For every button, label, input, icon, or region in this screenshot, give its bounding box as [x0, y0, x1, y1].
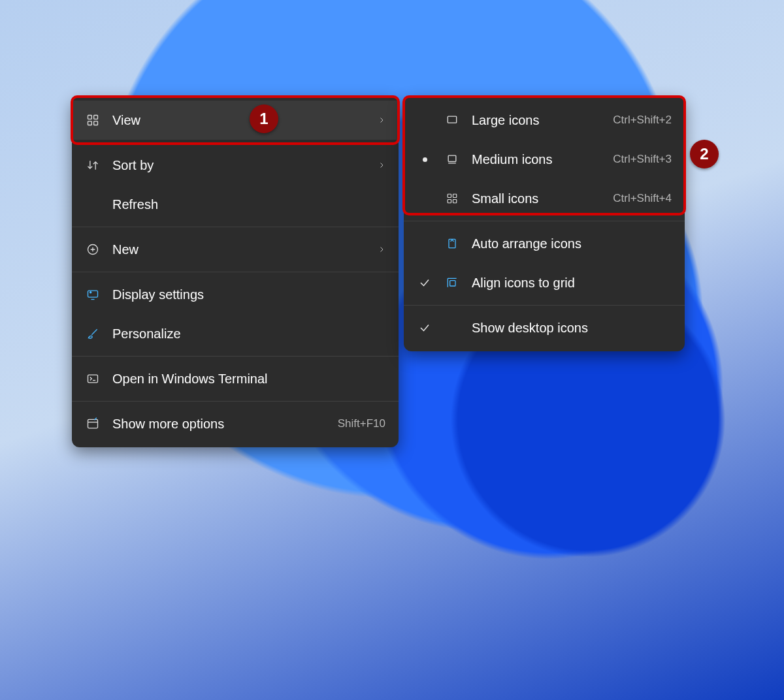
display-settings-icon: [85, 287, 101, 302]
menu-label: Large icons: [472, 113, 581, 128]
svg-rect-12: [453, 194, 457, 197]
menu-label: Auto arrange icons: [472, 236, 672, 251]
radio-selected: [417, 157, 433, 162]
submenu-item-auto-arrange[interactable]: Auto arrange icons: [404, 224, 685, 263]
menu-shortcut: Ctrl+Shift+3: [613, 153, 672, 166]
menu-item-view[interactable]: View: [72, 101, 399, 140]
svg-rect-9: [448, 116, 456, 123]
menu-label: Personalize: [112, 326, 385, 342]
large-icons-icon: [444, 112, 460, 128]
submenu-item-align-to-grid[interactable]: Align icons to grid: [404, 263, 685, 302]
submenu-item-large-icons[interactable]: Large icons Ctrl+Shift+2: [404, 101, 685, 140]
terminal-icon: [85, 371, 101, 387]
svg-rect-15: [449, 239, 455, 247]
view-submenu: Large icons Ctrl+Shift+2 Medium icons Ct…: [404, 97, 685, 351]
svg-rect-2: [88, 121, 92, 125]
svg-rect-7: [88, 375, 98, 383]
blank-icon: [85, 197, 101, 212]
svg-rect-1: [94, 116, 98, 119]
check-icon: [417, 277, 433, 289]
menu-label: Sort by: [112, 158, 366, 173]
check-icon: [417, 322, 433, 334]
svg-rect-0: [88, 116, 92, 119]
menu-item-open-terminal[interactable]: Open in Windows Terminal: [72, 359, 399, 398]
menu-divider: [72, 142, 399, 143]
chevron-right-icon: [378, 245, 385, 254]
chevron-right-icon: [378, 161, 385, 170]
menu-item-refresh[interactable]: Refresh: [72, 185, 399, 224]
sort-icon: [85, 157, 101, 173]
medium-icons-icon: [444, 151, 460, 167]
menu-label: Open in Windows Terminal: [112, 372, 385, 387]
more-options-icon: [85, 416, 101, 432]
svg-rect-11: [448, 194, 451, 197]
auto-arrange-icon: [444, 236, 460, 251]
menu-shortcut: Shift+F10: [338, 417, 385, 430]
menu-shortcut: Ctrl+Shift+2: [613, 114, 672, 127]
desktop-context-menu: View Sort by Refresh New: [72, 97, 399, 447]
menu-label: View: [112, 113, 366, 128]
menu-divider: [72, 272, 399, 272]
svg-rect-13: [448, 200, 451, 203]
align-grid-icon: [444, 275, 460, 291]
menu-label: Refresh: [112, 197, 385, 212]
svg-rect-3: [94, 121, 98, 125]
svg-point-6: [90, 292, 91, 293]
menu-item-display-settings[interactable]: Display settings: [72, 275, 399, 314]
annotation-marker-2: 2: [690, 140, 719, 168]
menu-label: Display settings: [112, 287, 385, 302]
svg-rect-5: [88, 291, 98, 297]
svg-rect-10: [448, 155, 456, 161]
submenu-item-show-desktop-icons[interactable]: Show desktop icons: [404, 308, 685, 347]
menu-label: New: [112, 242, 366, 257]
menu-label: Medium icons: [472, 152, 581, 167]
annotation-marker-1: 1: [250, 104, 278, 133]
blank-icon: [444, 320, 460, 336]
menu-item-sort-by[interactable]: Sort by: [72, 146, 399, 185]
menu-label: Small icons: [472, 191, 581, 206]
small-icons-icon: [444, 191, 460, 206]
submenu-item-small-icons[interactable]: Small icons Ctrl+Shift+4: [404, 179, 685, 218]
menu-shortcut: Ctrl+Shift+4: [613, 192, 672, 205]
menu-divider: [72, 356, 399, 357]
menu-divider: [404, 221, 685, 221]
menu-divider: [72, 227, 399, 227]
grid-icon: [85, 112, 101, 128]
menu-label: Show more options: [112, 417, 306, 432]
plus-circle-icon: [85, 242, 101, 257]
menu-item-new[interactable]: New: [72, 230, 399, 269]
svg-rect-8: [88, 419, 98, 428]
submenu-item-medium-icons[interactable]: Medium icons Ctrl+Shift+3: [404, 140, 685, 179]
menu-divider: [404, 305, 685, 306]
menu-item-show-more-options[interactable]: Show more options Shift+F10: [72, 404, 399, 443]
svg-rect-16: [450, 281, 455, 286]
menu-label: Show desktop icons: [472, 321, 672, 336]
menu-label: Align icons to grid: [472, 276, 672, 291]
svg-rect-14: [453, 200, 457, 203]
menu-divider: [72, 401, 399, 402]
chevron-right-icon: [378, 116, 385, 125]
brush-icon: [85, 326, 101, 342]
menu-item-personalize[interactable]: Personalize: [72, 314, 399, 353]
